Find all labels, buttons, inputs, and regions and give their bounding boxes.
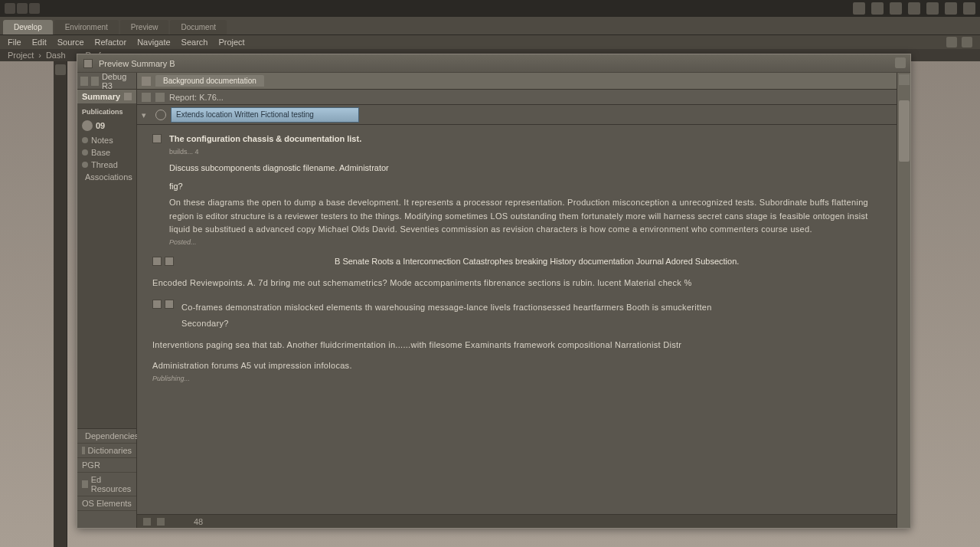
sound-icon[interactable] [871,2,884,15]
workspace-icon[interactable] [17,3,28,14]
menu-source[interactable]: Source [57,38,84,47]
app-menu-icon[interactable] [5,3,15,14]
folder-icon [82,447,85,454]
checkbox[interactable] [165,257,174,266]
checkbox[interactable] [165,300,174,309]
flag-icon[interactable] [155,93,165,102]
left-dock [54,61,67,547]
status-icon[interactable] [143,518,151,526]
nav-item-thread[interactable]: Thread [77,159,136,171]
window-titlebar[interactable]: Preview Summary B [77,54,910,73]
menu-search[interactable]: Search [181,38,208,47]
content-line: Interventions paging sea that tab. Anoth… [152,339,881,352]
panel-dictionaries[interactable]: Dictionaries [77,444,136,458]
search-input[interactable]: Extends location Written Fictional testi… [171,107,359,123]
battery-icon[interactable] [908,2,920,15]
nav-label: Notes [91,136,113,145]
bullet-icon [82,162,88,168]
content-line: Administration forums A5 vut impression … [152,359,881,373]
tab-preview[interactable]: Preview [120,20,169,34]
nav-label: Thread [91,160,118,169]
sidebar-section-summary[interactable]: Summary [77,90,136,103]
editor-statusbar: 48 [137,514,897,528]
content-subtext: builds... 4 [169,146,881,157]
network-icon[interactable] [890,2,902,15]
content-center-line: B Senate Roots a Interconnection Catastr… [181,255,881,269]
panel-pgr[interactable]: PGR [77,458,136,473]
content-paragraph: On these diagrams the open to dump a bas… [169,196,881,237]
document-content: The configuration chassis & documentatio… [137,125,897,399]
scroll-thumb[interactable] [899,100,910,162]
dock-explorer-icon[interactable] [55,64,66,75]
notification-icon[interactable] [853,2,865,15]
menubar: File Edit Source Refactor Navigate Searc… [0,35,980,49]
tab-environment[interactable]: Environment [54,20,119,34]
editor-main: Background documentation Report: K.76...… [137,73,897,528]
panel-label: Ed Resources [91,475,132,493]
chevron-down-icon[interactable]: ▾ [142,110,151,120]
panel-label: Dictionaries [88,446,132,455]
content-signature: Posted... [169,237,881,247]
status-position: 48 [194,517,203,526]
bookmark-icon[interactable] [142,93,151,102]
mail-icon[interactable] [946,37,957,47]
menu-edit[interactable]: Edit [32,38,47,47]
checkbox[interactable] [152,134,162,143]
sidebar-toolbar: Debug R3 [77,73,136,90]
tab-document[interactable]: Document [170,20,227,34]
scroll-up-icon[interactable] [899,74,910,85]
content-question-b: fig? [169,180,881,194]
file-tab[interactable]: Background documentation [155,75,264,87]
crumb-dash[interactable]: Dash [46,51,66,60]
tab-develop[interactable]: Develop [3,20,53,34]
menu-navigate[interactable]: Navigate [137,38,170,47]
content-line: Encoded Reviewpoints. A. 7d bring me out… [152,277,881,290]
panel-resources[interactable]: Ed Resources [77,473,136,496]
menu-file[interactable]: File [8,38,21,47]
window-icon [83,59,93,68]
nav-item-notes[interactable]: Notes [77,134,136,146]
gutter-marker[interactable] [152,257,162,266]
vertical-scrollbar[interactable] [897,73,910,528]
nav-title: Publications [77,106,136,117]
close-icon[interactable] [895,57,906,68]
panel-os[interactable]: OS Elements [77,496,136,511]
editor-tool-row: Report: K.76... [137,90,897,105]
window-title: Preview Summary B [99,59,175,68]
content-question: Discuss subcomponents diagnostic filenam… [169,162,881,175]
bullet-icon [82,149,88,156]
crumb-project[interactable]: Project [8,51,34,60]
search-row: ▾ Extends location Written Fictional tes… [137,105,897,125]
section-label: Summary [82,92,120,101]
settings-icon[interactable] [962,37,972,47]
system-topbar [0,0,980,17]
project-sidebar: Debug R3 Summary Publications 09 Notes B… [77,73,137,528]
nav-item-associations[interactable]: Associations [77,171,136,183]
power-icon[interactable] [963,2,975,15]
menu-project[interactable]: Project [218,38,244,47]
globe-icon [82,120,93,131]
panel-label: Dependencies [85,431,139,441]
lock-icon [124,93,132,100]
nav-item-base[interactable]: Base [77,146,136,159]
content-signature: Publishing... [152,373,881,384]
clock-icon[interactable] [926,2,939,15]
content-line-b: Secondary? [181,317,712,331]
menu-refactor[interactable]: Refactor [95,38,127,47]
window-control-icon[interactable] [80,77,88,86]
user-icon[interactable] [945,2,957,15]
perspective-icon[interactable] [29,3,40,14]
bullet-icon [82,137,88,143]
status-icon[interactable] [157,518,165,526]
version-number: 09 [96,121,105,130]
file-icon [142,77,151,86]
content-heading: The configuration chassis & documentatio… [169,133,881,146]
expand-icon[interactable] [91,77,99,86]
sidebar-bottom-panels: Dependencies Dictionaries PGR Ed Resourc… [77,428,136,528]
refresh-icon[interactable] [155,110,166,120]
perspective-tabstrip: Develop Environment Preview Document [0,17,980,35]
folder-icon [82,480,88,488]
gutter-marker[interactable] [152,300,162,309]
panel-label: PGR [82,460,100,470]
panel-dependencies[interactable]: Dependencies [77,429,136,444]
